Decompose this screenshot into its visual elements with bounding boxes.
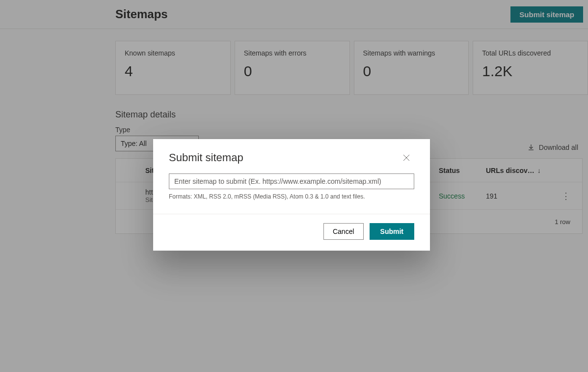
submit-sitemap-modal: Submit sitemap Formats: XML, RSS 2.0, mR…: [153, 139, 430, 251]
modal-hint: Formats: XML, RSS 2.0, mRSS (Media RSS),…: [169, 193, 414, 200]
submit-button[interactable]: Submit: [370, 223, 414, 240]
modal-title: Submit sitemap: [169, 151, 243, 164]
close-icon[interactable]: [399, 150, 414, 166]
sitemap-url-input[interactable]: [169, 173, 414, 189]
cancel-button[interactable]: Cancel: [323, 223, 364, 240]
